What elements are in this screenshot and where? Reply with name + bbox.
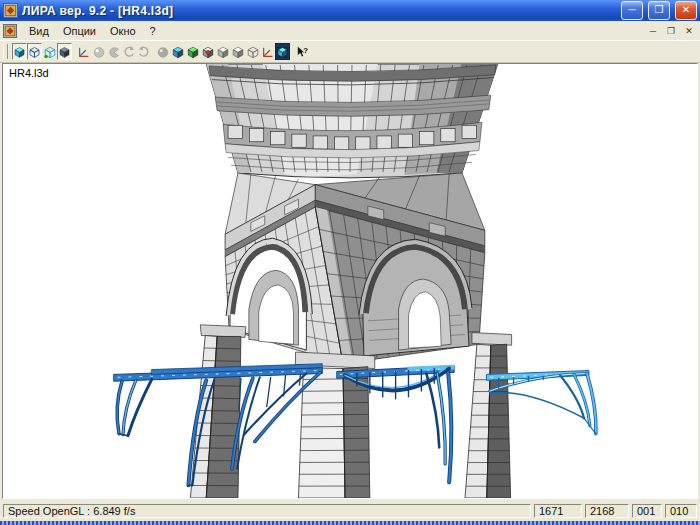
clip-sphere-button [106,43,121,60]
document-icon [3,24,17,38]
close-button[interactable]: ✕ [675,1,697,20]
opengl-speed-status: Speed OpenGL : 6.849 f/s [3,504,531,518]
mdi-minimize-button[interactable]: ─ [645,24,661,38]
minimize-button[interactable]: ─ [621,1,643,20]
rotate-left-button [121,43,136,60]
viewport-model-label: HR4.l3d [9,67,49,79]
desktop-edge-strip [0,521,700,525]
origin-axes-icon [261,45,275,59]
right-pier [465,344,491,498]
mdi-restore-button[interactable]: ❐ [663,24,679,38]
view-solid-button[interactable] [12,43,27,60]
node-marker-button[interactable] [200,43,215,60]
mdi-window-controls: ─ ❐ ✕ [645,24,697,38]
status-panel-nodes: 1671 [534,504,582,518]
app-icon [3,3,18,18]
view-render-button[interactable] [57,43,72,60]
window-title: ЛИРА вер. 9.2 - [HR4.l3d] [22,4,616,18]
menu-options[interactable]: Опции [56,23,103,39]
sphere-view-icon [156,45,170,59]
invert-view-button[interactable] [275,43,290,60]
rotate-right-button [136,43,151,60]
menu-bar: Вид Опции Окно ? ─ ❐ ✕ [0,21,700,41]
light-source-button [91,43,106,60]
clip-sphere-icon [107,45,121,59]
group-view-button[interactable] [185,43,200,60]
context-help-button[interactable]: ? [294,43,309,60]
tower-drum [206,64,497,178]
status-panel-3: 001 [632,504,662,518]
title-bar: ЛИРА вер. 9.2 - [HR4.l3d] ─ ❐ ✕ [0,0,700,21]
rotate-model-icon [77,45,91,59]
view-nodes-button[interactable] [42,43,57,60]
status-bar: Speed OpenGL : 6.849 f/s 1671 2168 001 0… [0,501,700,521]
origin-axes-button[interactable] [260,43,275,60]
rotate-model-button[interactable] [76,43,91,60]
app-window: ЛИРА вер. 9.2 - [HR4.l3d] ─ ❐ ✕ Вид Опци… [0,0,700,525]
mdi-client-area: HR4.l3d [0,63,700,501]
menu-help[interactable]: ? [143,23,163,39]
status-panel-elements: 2168 [585,504,629,518]
mdi-close-button[interactable]: ✕ [681,24,697,38]
view-render-icon [58,45,71,59]
invert-view-icon [276,45,289,59]
status-panel-4: 010 [665,504,697,518]
sphere-view-button [155,43,170,60]
model-viewport[interactable]: HR4.l3d [2,63,698,499]
pack-view-1-icon [216,45,230,59]
restore-button[interactable]: ❐ [648,1,670,20]
group-view-icon [186,45,200,59]
menu-view[interactable]: Вид [22,23,56,39]
opengl-model-canvas[interactable] [3,64,697,498]
view-toolbar: ? [0,41,700,63]
node-marker-icon [201,45,215,59]
rotate-right-icon [137,45,151,59]
wire-gray-view-icon [246,45,260,59]
menu-window[interactable]: Окно [103,23,143,39]
pack-view-2-button [230,43,245,60]
light-source-icon [92,45,106,59]
wire-gray-view-button[interactable] [245,43,260,60]
pack-view-2-icon [231,45,245,59]
view-wireframe-icon [28,45,41,59]
fragment-view-icon [171,45,185,59]
view-nodes-icon [43,45,57,59]
context-help-icon: ? [295,45,309,59]
toolbar-grip[interactable] [3,44,8,59]
view-wireframe-button[interactable] [27,43,42,60]
pack-view-1-button [215,43,230,60]
view-solid-icon [13,45,26,59]
fragment-view-button[interactable] [170,43,185,60]
rotate-left-icon [122,45,136,59]
svg-text:?: ? [303,46,308,55]
